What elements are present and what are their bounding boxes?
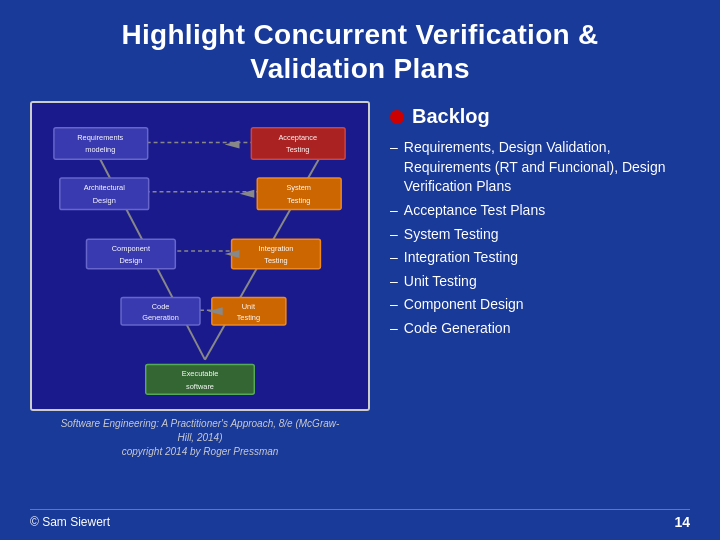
svg-text:Code: Code (152, 302, 170, 311)
svg-text:Requirements: Requirements (77, 133, 123, 142)
list-item: – Integration Testing (390, 246, 690, 270)
left-panel: Requirements modeling Acceptance Testing… (30, 101, 370, 501)
slide-footer: © Sam Siewert 14 (30, 509, 690, 530)
backlog-title: Backlog (390, 105, 690, 128)
list-item: – Acceptance Test Plans (390, 199, 690, 223)
svg-text:Unit: Unit (242, 302, 255, 311)
list-item: – Unit Testing (390, 270, 690, 294)
diagram-container: Requirements modeling Acceptance Testing… (30, 101, 370, 411)
content-area: Requirements modeling Acceptance Testing… (30, 101, 690, 501)
svg-text:software: software (186, 382, 214, 391)
svg-text:Design: Design (119, 256, 142, 265)
footer-copyright: © Sam Siewert (30, 515, 110, 529)
list-item: – Requirements, Design Validation, Requi… (390, 136, 690, 199)
footer-page-number: 14 (674, 514, 690, 530)
v-model-diagram: Requirements modeling Acceptance Testing… (32, 103, 368, 409)
backlog-list: – Requirements, Design Validation, Requi… (390, 136, 690, 340)
svg-text:Generation: Generation (142, 313, 179, 322)
svg-text:Testing: Testing (287, 196, 310, 205)
list-item: – Component Design (390, 293, 690, 317)
svg-text:Testing: Testing (237, 313, 260, 322)
svg-text:Design: Design (93, 196, 116, 205)
svg-text:Testing: Testing (264, 256, 287, 265)
svg-text:Component: Component (112, 244, 150, 253)
right-panel: Backlog – Requirements, Design Validatio… (390, 101, 690, 501)
svg-text:Architectural: Architectural (84, 183, 125, 192)
list-item: – System Testing (390, 223, 690, 247)
svg-text:Acceptance: Acceptance (278, 133, 317, 142)
slide-title: Highlight Concurrent Verification & Vali… (30, 18, 690, 85)
svg-text:System: System (286, 183, 311, 192)
list-item: – Code Generation (390, 317, 690, 341)
svg-text:Integration: Integration (259, 244, 294, 253)
svg-text:Testing: Testing (286, 146, 309, 155)
diagram-caption: Software Engineering: A Practitioner's A… (30, 417, 370, 459)
svg-text:modeling: modeling (85, 146, 115, 155)
slide: Highlight Concurrent Verification & Vali… (0, 0, 720, 540)
backlog-bullet-icon (390, 110, 404, 124)
svg-text:Executable: Executable (182, 370, 219, 379)
